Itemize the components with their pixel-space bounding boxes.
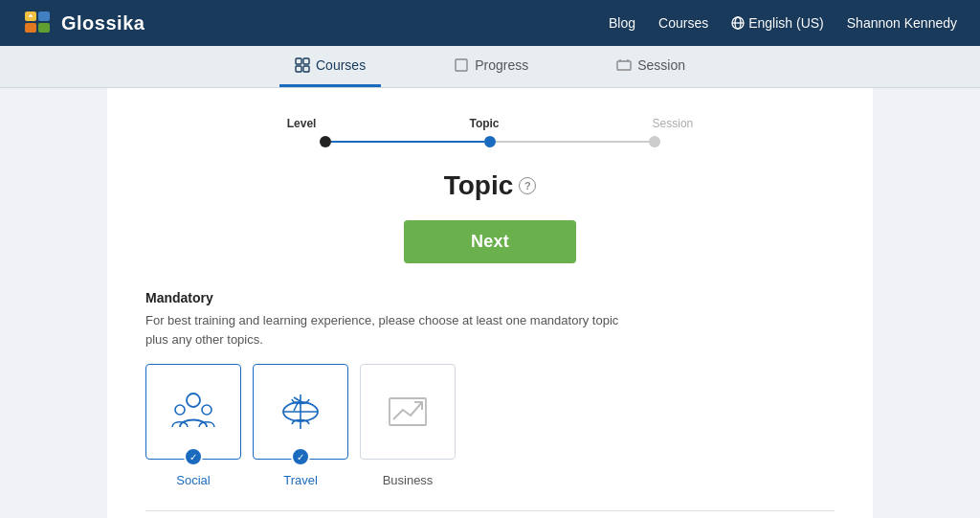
business-label: Business (383, 473, 434, 487)
travel-label: Travel (283, 473, 318, 487)
business-icon (384, 388, 432, 436)
social-check-badge: ✓ (184, 447, 203, 466)
mandatory-title: Mandatory (145, 290, 835, 305)
svg-rect-3 (38, 23, 50, 33)
topic-card-travel[interactable]: ✓ (253, 364, 348, 460)
globe-icon (731, 16, 745, 30)
card-wrapper-business: Business (360, 364, 456, 487)
travel-check-badge: ✓ (291, 447, 310, 466)
step-dot-topic (484, 136, 496, 147)
svg-point-18 (175, 405, 185, 415)
help-icon[interactable]: ? (519, 177, 536, 194)
next-button-container: Next (145, 220, 835, 263)
sub-nav-session[interactable]: Session (601, 46, 701, 87)
travel-icon (277, 388, 324, 436)
svg-rect-12 (303, 66, 309, 72)
progress-icon (454, 57, 469, 73)
svg-rect-11 (296, 66, 301, 72)
sub-nav-progress[interactable]: Progress (438, 46, 544, 87)
card-wrapper-social: ✓ Social (145, 364, 241, 487)
topic-cards-container: ✓ Social (145, 364, 835, 487)
topic-card-business[interactable] (360, 364, 456, 460)
mandatory-section: Mandatory For best training and learning… (145, 290, 835, 487)
card-wrapper-travel: ✓ Travel (253, 364, 348, 487)
logo-text: Glossika (61, 12, 145, 34)
courses-icon (295, 57, 310, 73)
session-icon (616, 57, 632, 73)
svg-rect-14 (617, 61, 631, 70)
svg-rect-13 (456, 59, 467, 71)
social-icon (169, 388, 217, 436)
step-dot-session (649, 136, 660, 147)
header-nav: Blog Courses English (US) Shannon Kenned… (609, 15, 957, 31)
svg-rect-9 (296, 58, 301, 64)
logo-icon (23, 8, 54, 38)
step-connector-2 (496, 141, 649, 143)
step-label-session: Session (653, 117, 694, 130)
topic-card-social[interactable]: ✓ (145, 364, 241, 460)
topic-heading-container: Topic ? (145, 170, 835, 201)
nav-user[interactable]: Shannon Kennedy (847, 15, 957, 31)
svg-rect-10 (303, 58, 309, 64)
nav-language[interactable]: English (US) (731, 15, 824, 31)
logo[interactable]: Glossika (23, 8, 145, 38)
main-content: Level Topic Session Topic ? Next (107, 88, 873, 518)
svg-rect-1 (25, 23, 36, 33)
mandatory-description: For best training and learning experienc… (145, 311, 624, 349)
svg-rect-2 (38, 11, 50, 21)
topic-title: Topic ? (444, 170, 537, 201)
next-button[interactable]: Next (404, 220, 576, 263)
svg-point-19 (202, 405, 212, 415)
sub-nav-courses[interactable]: Courses (279, 46, 381, 87)
step-label-level: Level (287, 117, 317, 130)
app-header: Glossika Blog Courses English (US) Shann… (0, 0, 980, 46)
step-label-topic: Topic (469, 117, 499, 130)
nav-blog[interactable]: Blog (609, 15, 635, 31)
step-connector-1 (331, 141, 484, 143)
svg-point-17 (187, 394, 200, 407)
bottom-hint-row (145, 511, 835, 518)
social-label: Social (176, 473, 210, 487)
nav-courses[interactable]: Courses (658, 15, 708, 31)
step-dot-level (320, 136, 331, 147)
sub-nav: Courses Progress Session (0, 46, 980, 88)
